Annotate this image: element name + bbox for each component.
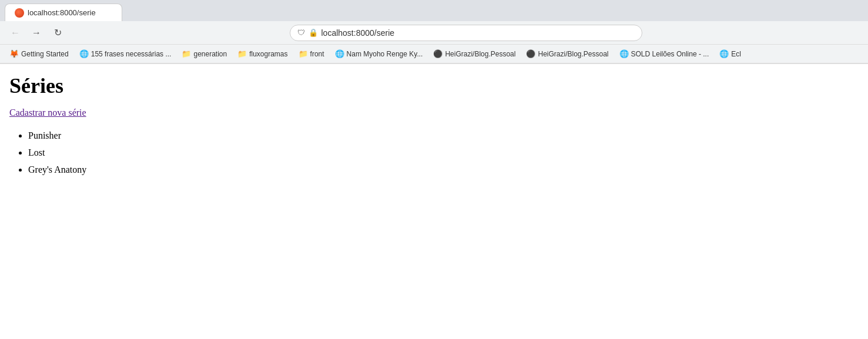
bookmark-label: generation bbox=[193, 50, 227, 58]
bookmark-label: front bbox=[310, 50, 324, 58]
bookmark-heigrazi-blog1[interactable]: ⚫ HeiGrazi/Blog.Pessoal bbox=[428, 47, 520, 61]
bookmark-label: Getting Started bbox=[21, 50, 69, 58]
series-item-name: Grey's Anatony bbox=[28, 165, 86, 174]
nav-bar: ← → ↻ 🛡 🔒 localhost:8000/serie bbox=[0, 21, 868, 45]
folder-icon: 📁 bbox=[237, 49, 247, 58]
bookmark-heigrazi-blog2[interactable]: ⚫ HeiGrazi/Blog.Pessoal bbox=[521, 47, 613, 61]
address-bar[interactable]: 🛡 🔒 localhost:8000/serie bbox=[290, 25, 642, 41]
bookmarks-bar: 🦊 Getting Started 🌐 155 frases necessári… bbox=[0, 45, 868, 63]
github-icon: ⚫ bbox=[433, 49, 443, 58]
series-item-name: Lost bbox=[28, 147, 45, 157]
browser-tab[interactable]: localhost:8000/serie bbox=[5, 4, 122, 21]
bookmark-fluxogramas[interactable]: 📁 fluxogramas bbox=[233, 47, 292, 61]
bookmark-label: 155 frases necessárias ... bbox=[91, 50, 172, 58]
page-content: Séries Cadastrar nova série Punisher Los… bbox=[0, 64, 868, 187]
tab-favicon bbox=[15, 8, 24, 18]
series-item-punisher: Punisher bbox=[28, 127, 859, 145]
globe-icon: 🌐 bbox=[335, 49, 344, 58]
back-button[interactable]: ← bbox=[7, 25, 24, 41]
bookmark-getting-started[interactable]: 🦊 Getting Started bbox=[5, 47, 73, 61]
browser-chrome: localhost:8000/serie ← → ↻ 🛡 🔒 localhost… bbox=[0, 0, 868, 64]
bookmark-label: fluxogramas bbox=[249, 50, 287, 58]
lock-icon: 🔒 bbox=[309, 28, 318, 37]
bookmark-generation[interactable]: 📁 generation bbox=[177, 47, 232, 61]
bookmark-label: HeiGrazi/Blog.Pessoal bbox=[538, 50, 608, 58]
globe-icon: 🌐 bbox=[79, 49, 89, 58]
folder-icon: 📁 bbox=[299, 49, 308, 58]
tab-title: localhost:8000/serie bbox=[28, 8, 96, 17]
firefox-icon: 🦊 bbox=[9, 49, 19, 58]
url-display: localhost:8000/serie bbox=[321, 28, 395, 38]
folder-icon: 📁 bbox=[182, 49, 191, 58]
globe-icon: 🌐 bbox=[619, 49, 629, 58]
globe-icon: 🌐 bbox=[719, 49, 729, 58]
bookmark-ecl[interactable]: 🌐 Ecl bbox=[715, 47, 746, 61]
bookmark-label: SOLD Leilões Online - ... bbox=[631, 50, 709, 58]
bookmark-label: Nam Myoho Renge Ky... bbox=[347, 50, 423, 58]
tab-bar: localhost:8000/serie bbox=[0, 0, 868, 21]
register-link[interactable]: Cadastrar nova série bbox=[9, 108, 86, 118]
refresh-button[interactable]: ↻ bbox=[49, 25, 66, 41]
series-item-greys-anatomy: Grey's Anatony bbox=[28, 162, 859, 179]
shield-icon: 🛡 bbox=[297, 28, 305, 37]
bookmark-label: Ecl bbox=[731, 50, 741, 58]
series-item-name: Punisher bbox=[28, 130, 61, 140]
bookmark-front[interactable]: 📁 front bbox=[294, 47, 329, 61]
github-icon: ⚫ bbox=[526, 49, 535, 58]
series-item-lost: Lost bbox=[28, 145, 859, 162]
series-list: Punisher Lost Grey's Anatony bbox=[9, 127, 859, 178]
forward-button[interactable]: → bbox=[28, 25, 45, 41]
bookmark-sold-leiloes[interactable]: 🌐 SOLD Leilões Online - ... bbox=[615, 47, 714, 61]
bookmark-nam-myoho[interactable]: 🌐 Nam Myoho Renge Ky... bbox=[330, 47, 428, 61]
bookmark-155-frases[interactable]: 🌐 155 frases necessárias ... bbox=[75, 47, 176, 61]
bookmark-label: HeiGrazi/Blog.Pessoal bbox=[445, 50, 515, 58]
page-title: Séries bbox=[9, 73, 859, 98]
